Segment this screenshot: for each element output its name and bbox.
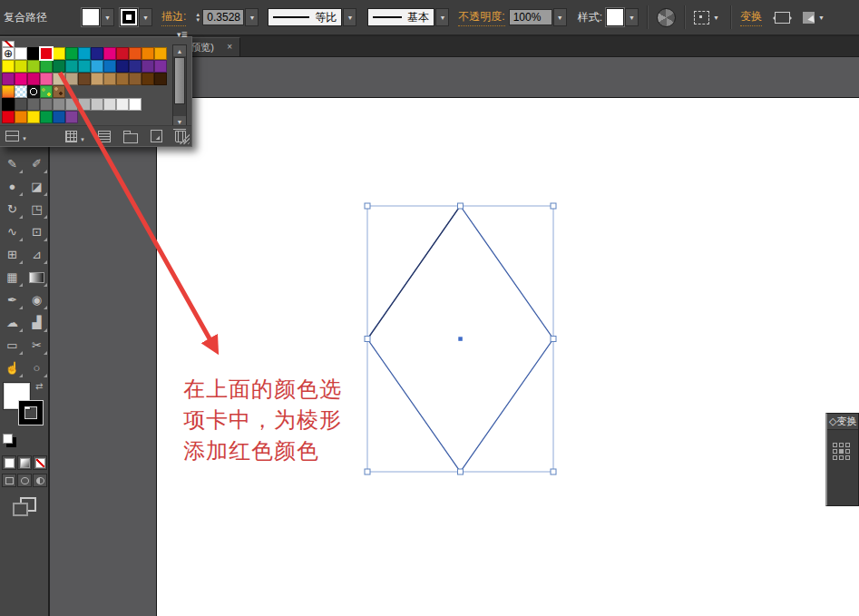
brush-definition-select[interactable]: 基本 bbox=[367, 8, 434, 26]
swatch[interactable] bbox=[154, 60, 167, 73]
none-button[interactable] bbox=[33, 455, 47, 470]
default-fill-stroke-icon[interactable] bbox=[3, 434, 13, 444]
screen-mode-button[interactable] bbox=[13, 497, 34, 515]
swatch[interactable] bbox=[15, 73, 27, 85]
swatch[interactable] bbox=[27, 111, 40, 123]
swatch[interactable] bbox=[103, 73, 116, 85]
swatch[interactable] bbox=[103, 47, 116, 60]
swatch[interactable] bbox=[116, 60, 129, 73]
swatch[interactable] bbox=[15, 98, 27, 111]
draw-inside-button[interactable] bbox=[33, 474, 47, 487]
swatch[interactable] bbox=[154, 73, 167, 85]
zoom-tool[interactable]: ○ bbox=[24, 357, 49, 379]
blend-tool[interactable]: ◉ bbox=[24, 288, 49, 311]
paintbrush-tool[interactable]: ✎ bbox=[0, 152, 24, 175]
eyedropper-tool[interactable]: ✒ bbox=[0, 288, 24, 311]
stroke-weight-label[interactable]: 描边: bbox=[161, 9, 186, 26]
pattern-swatch[interactable] bbox=[40, 85, 53, 98]
column-graph-tool[interactable]: ▟ bbox=[24, 311, 49, 334]
recolor-artwork-icon[interactable] bbox=[657, 8, 676, 27]
swatch[interactable] bbox=[65, 111, 78, 123]
blob-brush-tool[interactable]: ● bbox=[0, 175, 24, 198]
swatch[interactable] bbox=[40, 111, 53, 123]
swatch[interactable] bbox=[40, 98, 53, 111]
stroke-indicator[interactable] bbox=[19, 401, 43, 425]
scrollbar-thumb[interactable] bbox=[174, 57, 185, 104]
swatch[interactable] bbox=[27, 98, 40, 111]
mesh-tool[interactable]: ▦ bbox=[0, 266, 24, 288]
swatch[interactable] bbox=[27, 60, 40, 73]
pattern-swatch[interactable] bbox=[2, 85, 15, 98]
swatch[interactable] bbox=[142, 60, 154, 73]
none-swatch[interactable] bbox=[2, 41, 15, 47]
swap-fill-stroke-icon[interactable]: ⇄ bbox=[35, 381, 43, 391]
swatch[interactable] bbox=[65, 98, 78, 111]
width-profile-dropdown[interactable]: ▼ bbox=[343, 8, 356, 26]
swatch[interactable] bbox=[53, 60, 65, 73]
color-button[interactable] bbox=[2, 455, 16, 470]
scroll-up-icon[interactable]: ▲ bbox=[173, 45, 186, 56]
swatch[interactable] bbox=[27, 73, 40, 85]
fill-color-swatch[interactable] bbox=[82, 8, 100, 26]
swatch[interactable] bbox=[103, 98, 116, 111]
pattern-swatch[interactable] bbox=[27, 85, 40, 98]
swatch-red-selected[interactable] bbox=[40, 47, 53, 60]
swatch[interactable] bbox=[15, 47, 27, 60]
pencil-tool[interactable]: ✐ bbox=[24, 152, 49, 175]
gradient-button[interactable] bbox=[17, 455, 32, 470]
hand-tool[interactable]: ☝ bbox=[0, 357, 24, 379]
stroke-weight-stepper[interactable]: ▲ ▼ bbox=[193, 12, 202, 23]
free-transform-tool[interactable]: ⊡ bbox=[24, 220, 49, 243]
swatch-options-button[interactable] bbox=[98, 131, 111, 142]
new-swatch-button[interactable] bbox=[151, 130, 162, 142]
swatch[interactable] bbox=[40, 73, 53, 85]
swatch[interactable] bbox=[116, 98, 129, 111]
registration-swatch[interactable]: ⊕ bbox=[2, 47, 15, 60]
isolate-selection-icon[interactable] bbox=[694, 11, 709, 24]
opacity-dropdown[interactable]: ▼ bbox=[553, 8, 567, 26]
swatch[interactable] bbox=[53, 111, 65, 123]
swatch[interactable] bbox=[65, 60, 78, 73]
swatch-kinds-button[interactable]: ▼ bbox=[65, 131, 85, 142]
swatch[interactable] bbox=[53, 98, 65, 111]
swatch[interactable] bbox=[91, 98, 103, 111]
pattern-swatch[interactable] bbox=[53, 85, 65, 98]
swatch[interactable] bbox=[116, 47, 129, 60]
gradient-tool[interactable] bbox=[24, 266, 49, 288]
new-color-group-button[interactable] bbox=[123, 130, 138, 143]
swatch[interactable] bbox=[15, 111, 27, 123]
swatch[interactable] bbox=[91, 60, 103, 73]
swatch[interactable] bbox=[91, 73, 103, 85]
style-dropdown[interactable]: ▼ bbox=[625, 8, 639, 26]
fill-color-dropdown[interactable]: ▼ bbox=[101, 8, 114, 26]
swatch[interactable] bbox=[40, 60, 53, 73]
swatch[interactable] bbox=[129, 98, 142, 111]
scale-tool[interactable]: ◳ bbox=[24, 198, 49, 220]
swatch[interactable] bbox=[15, 60, 27, 73]
draw-normal-button[interactable] bbox=[2, 474, 16, 487]
artboard-tool[interactable]: ▭ bbox=[0, 334, 24, 357]
swatch[interactable] bbox=[78, 47, 91, 60]
swatch[interactable] bbox=[116, 73, 129, 85]
swatch[interactable] bbox=[142, 73, 154, 85]
stroke-color-dropdown[interactable]: ▼ bbox=[139, 8, 152, 26]
swatch[interactable] bbox=[154, 47, 167, 60]
swatch[interactable] bbox=[91, 47, 103, 60]
slice-tool[interactable]: ✂ bbox=[24, 334, 49, 357]
brush-definition-dropdown[interactable]: ▼ bbox=[435, 8, 449, 26]
draw-behind-button[interactable] bbox=[17, 474, 32, 487]
swatch[interactable] bbox=[129, 60, 142, 73]
swatch[interactable] bbox=[129, 73, 142, 85]
perspective-grid-tool[interactable]: ⊿ bbox=[24, 243, 49, 266]
align-boundary-icon[interactable] bbox=[775, 12, 790, 24]
swatch[interactable] bbox=[2, 98, 15, 111]
tab-close-icon[interactable]: × bbox=[227, 42, 232, 53]
swatch[interactable] bbox=[78, 98, 91, 111]
eraser-tool[interactable]: ◪ bbox=[24, 175, 49, 198]
swatch[interactable] bbox=[65, 73, 78, 85]
swatch[interactable] bbox=[78, 73, 91, 85]
artboard[interactable] bbox=[156, 97, 859, 616]
style-swatch[interactable] bbox=[606, 8, 624, 26]
swatch[interactable] bbox=[65, 47, 78, 60]
panel-menu-icon[interactable]: ▾≣ bbox=[177, 30, 188, 39]
